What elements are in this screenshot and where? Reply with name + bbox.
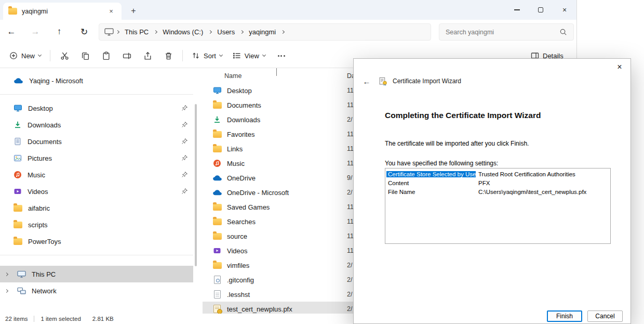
cloud-icon <box>14 77 23 84</box>
wizard-description: The certificate will be imported after y… <box>385 140 529 147</box>
new-button[interactable]: New <box>4 47 46 64</box>
chevron-down-icon <box>262 53 266 57</box>
rename-button[interactable] <box>116 47 137 64</box>
file-name: Videos <box>227 247 248 255</box>
cloud-icon <box>212 174 222 182</box>
breadcrumb-this-pc[interactable]: This PC <box>122 27 152 37</box>
download-icon <box>212 115 222 124</box>
pin-icon <box>181 105 188 111</box>
file-name: Links <box>227 145 243 153</box>
setting-value: C:\Users\yaqingmi\test_cert_newplus.pfx <box>476 189 589 195</box>
sidebar-item-network[interactable]: Network <box>0 282 193 299</box>
chevron-right-icon[interactable] <box>5 272 8 276</box>
search-input[interactable]: Search yaqingmi <box>439 23 574 41</box>
sort-icon <box>192 51 200 60</box>
dialog-title: Certificate Import Wizard <box>393 77 461 85</box>
folder-icon <box>14 238 22 245</box>
file-name: test_cert_newplus.pfx <box>227 305 292 313</box>
search-icon <box>559 28 567 36</box>
setting-value: PFX <box>476 180 492 186</box>
new-tab-button[interactable]: + <box>126 4 141 18</box>
back-icon[interactable]: ← <box>360 77 373 86</box>
tab-close-icon[interactable]: × <box>106 6 116 17</box>
settings-row[interactable]: File Name C:\Users\yaqingmi\test_cert_ne… <box>386 187 609 196</box>
config-file-icon <box>212 276 222 284</box>
up-icon[interactable]: ↑ <box>51 23 68 40</box>
chevron-right-icon <box>208 30 212 34</box>
finish-button[interactable]: Finish <box>547 310 582 322</box>
settings-row[interactable]: Content PFX <box>386 178 609 187</box>
sidebar-item-label: Network <box>32 287 57 295</box>
settings-list[interactable]: Certificate Store Selected by User Trust… <box>385 168 611 244</box>
sort-button[interactable]: Sort <box>186 47 227 64</box>
file-date: 2/ <box>347 189 352 196</box>
sidebar-item-desktop[interactable]: Desktop <box>0 100 193 116</box>
navigation-bar: ← → ↑ ↻ This PC Windows (C:) Users yaqin… <box>0 20 576 44</box>
cut-button[interactable] <box>54 47 75 64</box>
sidebar-item-label: This PC <box>32 270 56 278</box>
breadcrumb-yaqingmi[interactable]: yaqingmi <box>246 27 279 37</box>
sidebar-item-label: Pictures <box>28 154 52 162</box>
selection-count: 1 item selected <box>41 316 81 322</box>
sidebar-item-aifabric[interactable]: aifabric <box>0 200 193 216</box>
settings-row-selected[interactable]: Certificate Store Selected by User Trust… <box>386 170 609 178</box>
sidebar-item-pictures[interactable]: Pictures <box>0 150 193 166</box>
sidebar-item-powertoys[interactable]: PowerToys <box>0 233 193 250</box>
paste-button[interactable] <box>96 47 116 64</box>
sidebar-item-music[interactable]: Music <box>0 166 193 183</box>
sidebar-item-label: Videos <box>28 188 48 196</box>
explorer-tab[interactable]: yaqingmi × <box>3 3 122 20</box>
pin-icon <box>181 121 188 128</box>
tab-title: yaqingmi <box>22 8 48 15</box>
sidebar-item-onedrive[interactable]: Yaqing - Microsoft <box>0 72 193 89</box>
rename-icon <box>123 51 131 60</box>
folder-icon <box>212 262 222 269</box>
maximize-button[interactable] <box>529 0 553 20</box>
desktop-icon <box>14 104 22 112</box>
more-options-button[interactable] <box>271 47 292 64</box>
address-bar[interactable]: This PC Windows (C:) Users yaqingmi <box>99 23 431 41</box>
sidebar-scrollbar[interactable] <box>195 104 197 266</box>
sidebar-item-documents[interactable]: Documents <box>0 133 193 150</box>
sidebar-item-label: Desktop <box>28 105 53 112</box>
sidebar-item-scripts[interactable]: scripts <box>0 216 193 233</box>
view-icon <box>233 51 241 60</box>
breadcrumb-users[interactable]: Users <box>214 27 238 37</box>
setting-key: File Name <box>386 189 476 195</box>
sidebar-item-videos[interactable]: Videos <box>0 183 193 200</box>
setting-value: Trusted Root Certification Authorities <box>476 171 578 177</box>
forward-icon[interactable]: → <box>27 23 44 40</box>
cancel-button[interactable]: Cancel <box>587 310 623 322</box>
file-name: .gitconfig <box>227 276 254 284</box>
chevron-right-icon <box>240 30 244 34</box>
back-icon[interactable]: ← <box>3 23 20 40</box>
file-name: source <box>227 232 247 240</box>
view-button-label: View <box>245 52 259 60</box>
chevron-right-icon[interactable] <box>5 289 8 292</box>
close-button[interactable]: × <box>553 0 576 20</box>
minimize-button[interactable] <box>505 0 529 20</box>
breadcrumb-windows-c[interactable]: Windows (C:) <box>159 27 206 37</box>
trash-icon <box>164 51 173 60</box>
file-name: Music <box>227 160 245 167</box>
share-button[interactable] <box>137 47 158 64</box>
folder-icon <box>212 146 222 152</box>
delete-button[interactable] <box>158 47 179 64</box>
divider <box>34 316 34 322</box>
column-header-name[interactable]: Name <box>224 72 242 80</box>
copy-button[interactable] <box>75 47 96 64</box>
refresh-icon[interactable]: ↻ <box>76 23 92 40</box>
file-icon <box>212 290 222 299</box>
settings-caption: You have specified the following setting… <box>385 160 498 167</box>
certificate-import-wizard-dialog: × ← Certificate Import Wizard Completing… <box>353 58 631 324</box>
file-date: 2/ <box>347 116 352 123</box>
view-button[interactable]: View <box>227 47 271 64</box>
pin-icon <box>181 188 188 195</box>
sidebar-item-label: scripts <box>28 221 48 229</box>
certificate-wizard-icon <box>379 77 387 86</box>
chevron-right-icon <box>154 30 157 34</box>
sidebar-item-this-pc[interactable]: This PC <box>0 266 193 282</box>
dialog-close-icon[interactable]: × <box>612 60 627 74</box>
document-icon <box>14 137 22 146</box>
sidebar-item-downloads[interactable]: Downloads <box>0 116 193 133</box>
